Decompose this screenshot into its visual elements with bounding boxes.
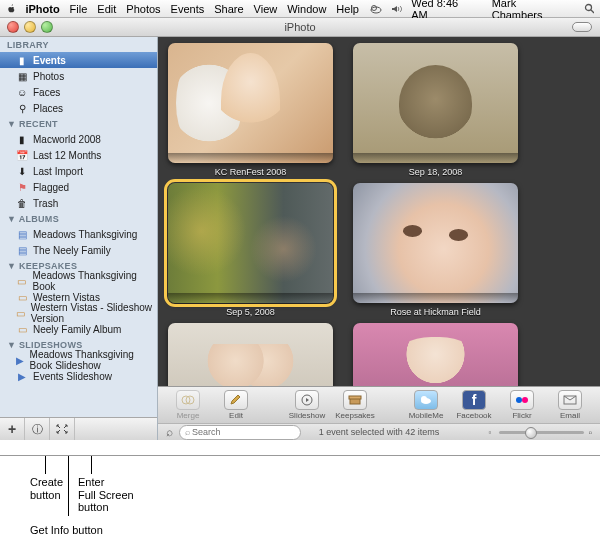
slideshow-button[interactable]: Slideshow bbox=[285, 390, 329, 420]
status-bar: ⌕ ⌕ 1 event selected with 42 items ▫ ▫ bbox=[158, 423, 600, 440]
sidebar-item-last12[interactable]: 📅Last 12 Months bbox=[0, 147, 157, 163]
event-thumb[interactable] bbox=[168, 323, 333, 386]
event-caption: KC RenFest 2008 bbox=[168, 167, 333, 177]
flickr-icon bbox=[515, 395, 529, 405]
flickr-button[interactable]: Flickr bbox=[500, 390, 544, 420]
sidebar-item-lastimport[interactable]: ⬇Last Import bbox=[0, 163, 157, 179]
event-thumb[interactable] bbox=[353, 323, 518, 386]
sidebar-item-places[interactable]: ⚲Places bbox=[0, 100, 157, 116]
svg-line-3 bbox=[591, 10, 594, 13]
apple-icon[interactable] bbox=[6, 3, 17, 15]
main-content: KC RenFest 2008 Sep 18, 2008 Sep 5, 2008… bbox=[158, 37, 600, 440]
svg-point-11 bbox=[516, 397, 522, 403]
get-info-button[interactable]: ⓘ bbox=[25, 418, 50, 440]
mobileme-status-icon[interactable] bbox=[369, 4, 382, 14]
menu-file[interactable]: File bbox=[70, 3, 88, 15]
sidebar-header-recent[interactable]: ▼ RECENT bbox=[0, 116, 157, 131]
book-icon: ▭ bbox=[16, 275, 28, 287]
sidebar-header-library: LIBRARY bbox=[0, 37, 157, 52]
sidebar-footer: + ⓘ bbox=[0, 417, 157, 440]
menu-events[interactable]: Events bbox=[171, 3, 205, 15]
bottom-toolbar: Merge Edit Slideshow Keepsakes MobileMe … bbox=[158, 386, 600, 423]
box-icon bbox=[348, 394, 362, 406]
spotlight-icon[interactable] bbox=[584, 3, 594, 14]
merge-icon bbox=[181, 394, 195, 406]
annotation-getinfo: Get Info button bbox=[30, 524, 103, 537]
event-caption: Rose at Hickman Field bbox=[353, 307, 518, 317]
book-icon: ▭ bbox=[16, 307, 26, 319]
toolbar-toggle-button[interactable] bbox=[572, 22, 592, 32]
sidebar-item-album[interactable]: ▤The Neely Family bbox=[0, 242, 157, 258]
merge-button[interactable]: Merge bbox=[166, 390, 210, 420]
sidebar-item-faces[interactable]: ☺Faces bbox=[0, 84, 157, 100]
faces-icon: ☺ bbox=[16, 86, 28, 98]
photos-icon: ▦ bbox=[16, 70, 28, 82]
places-icon: ⚲ bbox=[16, 102, 28, 114]
annotation-overlay: Create button Get Info button Enter Full… bbox=[0, 456, 600, 556]
keepsakes-button[interactable]: Keepsakes bbox=[333, 390, 377, 420]
svg-point-2 bbox=[585, 5, 591, 11]
pencil-icon bbox=[229, 394, 243, 406]
window-title: iPhoto bbox=[0, 21, 600, 33]
window-titlebar: iPhoto bbox=[0, 18, 600, 37]
svg-rect-8 bbox=[349, 396, 361, 399]
events-grid[interactable]: KC RenFest 2008 Sep 18, 2008 Sep 5, 2008… bbox=[158, 37, 600, 386]
menubar: iPhoto File Edit Photos Events Share Vie… bbox=[0, 0, 600, 18]
slideshow-icon: ▶ bbox=[16, 354, 25, 366]
slideshow-icon: ▶ bbox=[16, 370, 28, 382]
sidebar-item-album[interactable]: ▤Meadows Thanksgiving bbox=[0, 226, 157, 242]
svg-point-12 bbox=[522, 397, 528, 403]
mobileme-icon bbox=[419, 394, 433, 406]
play-icon bbox=[300, 394, 314, 406]
flag-icon: ⚑ bbox=[16, 181, 28, 193]
annotation-fullscreen: Enter Full Screen button bbox=[78, 476, 134, 514]
event-thumb-selected[interactable]: Sep 5, 2008 bbox=[168, 183, 333, 317]
annotation-create: Create button bbox=[30, 476, 63, 501]
source-list: LIBRARY ▮Events ▦Photos ☺Faces ⚲Places ▼… bbox=[0, 37, 158, 440]
sidebar-item-events[interactable]: ▮Events bbox=[0, 52, 157, 68]
sidebar-item-slideshow[interactable]: ▶Meadows Thanksgiving Book Slideshow bbox=[0, 352, 157, 368]
sidebar-item-macworld[interactable]: ▮Macworld 2008 bbox=[0, 131, 157, 147]
menu-help[interactable]: Help bbox=[336, 3, 359, 15]
create-button[interactable]: + bbox=[0, 418, 25, 440]
events-icon: ▮ bbox=[16, 54, 28, 66]
fullscreen-button[interactable] bbox=[50, 418, 75, 440]
menu-window[interactable]: Window bbox=[287, 3, 326, 15]
album-icon: ▤ bbox=[16, 244, 28, 256]
sidebar-item-book[interactable]: ▭Meadows Thanksgiving Book bbox=[0, 273, 157, 289]
mobileme-button[interactable]: MobileMe bbox=[404, 390, 448, 420]
book-icon: ▭ bbox=[16, 291, 28, 303]
calendar-icon: 📅 bbox=[16, 149, 28, 161]
menu-edit[interactable]: Edit bbox=[97, 3, 116, 15]
sidebar-item-photos[interactable]: ▦Photos bbox=[0, 68, 157, 84]
event-thumb[interactable]: Sep 18, 2008 bbox=[353, 43, 518, 177]
sidebar-header-albums[interactable]: ▼ ALBUMS bbox=[0, 211, 157, 226]
mail-icon bbox=[563, 395, 577, 405]
status-text: 1 event selected with 42 items bbox=[319, 427, 440, 437]
sidebar-item-book[interactable]: ▭Western Vistas - Slideshow Version bbox=[0, 305, 157, 321]
sidebar-item-trash[interactable]: 🗑Trash bbox=[0, 195, 157, 211]
event-thumb[interactable]: KC RenFest 2008 bbox=[168, 43, 333, 177]
sidebar-item-flagged[interactable]: ⚑Flagged bbox=[0, 179, 157, 195]
menu-view[interactable]: View bbox=[254, 3, 278, 15]
menu-photos[interactable]: Photos bbox=[126, 3, 160, 15]
event-icon: ▮ bbox=[16, 133, 28, 145]
svg-point-10 bbox=[421, 396, 427, 402]
menu-app[interactable]: iPhoto bbox=[25, 3, 59, 15]
event-caption: Sep 18, 2008 bbox=[353, 167, 518, 177]
import-icon: ⬇ bbox=[16, 165, 28, 177]
trash-icon: 🗑 bbox=[16, 197, 28, 209]
volume-icon[interactable] bbox=[391, 4, 402, 14]
album-icon: ▤ bbox=[16, 228, 28, 240]
menu-share[interactable]: Share bbox=[214, 3, 243, 15]
thumbnail-size-slider[interactable] bbox=[499, 431, 584, 434]
email-button[interactable]: Email bbox=[548, 390, 592, 420]
book-icon: ▭ bbox=[16, 323, 28, 335]
facebook-button[interactable]: fFacebook bbox=[452, 390, 496, 420]
edit-button[interactable]: Edit bbox=[214, 390, 258, 420]
event-thumb[interactable]: Rose at Hickman Field bbox=[353, 183, 518, 317]
event-caption: Sep 5, 2008 bbox=[168, 307, 333, 317]
